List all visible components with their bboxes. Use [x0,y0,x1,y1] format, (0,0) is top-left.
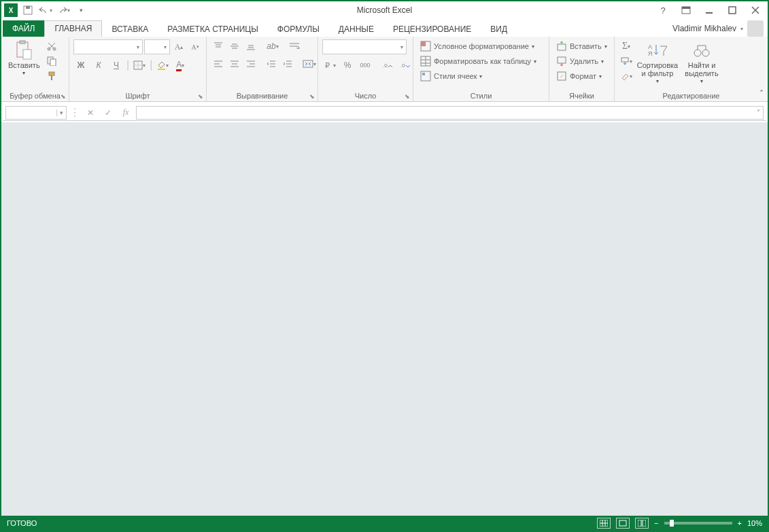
autosum-button[interactable]: Σ▾ [619,39,634,53]
align-middle-button[interactable] [227,39,242,53]
maximize-button[interactable] [723,3,742,17]
cell-styles-icon [420,71,431,82]
group-number: ▾ ₽▾ % 000 .0 .0 Число⬊ [318,37,413,101]
accounting-format-button[interactable]: ₽▾ [322,58,337,72]
font-family-combo[interactable]: ▾ [73,39,143,54]
collapse-ribbon-button[interactable]: ˄ [759,89,764,99]
undo-button[interactable]: ▾ [38,3,53,18]
account-name: Vladimir Mikhalev [672,24,736,33]
decrease-font-button[interactable]: A▾ [188,40,203,54]
formula-input[interactable]: ˅ [136,106,764,120]
close-button[interactable] [746,3,765,17]
table-icon [420,56,431,67]
format-cells-button[interactable]: Формат▾ [553,69,604,83]
fill-button[interactable]: ▾ [619,54,634,68]
tab-view[interactable]: ВИД [481,22,517,37]
outdent-icon [267,59,276,69]
normal-view-button[interactable] [597,518,611,529]
font-color-button[interactable]: A▾ [173,58,188,72]
increase-indent-button[interactable] [280,57,295,71]
format-as-table-button[interactable]: Форматировать как таблицу▾ [417,54,539,68]
svg-rect-9 [20,41,25,43]
decrease-indent-button[interactable] [264,57,279,71]
clear-button[interactable]: ▾ [619,69,634,83]
tab-page-layout[interactable]: РАЗМЕТКА СТРАНИЦЫ [158,22,268,37]
name-box[interactable]: ▾ [5,106,67,120]
align-left-button[interactable] [211,57,226,71]
bold-button[interactable]: Ж [73,58,88,72]
borders-button[interactable]: ▾ [132,58,147,72]
number-launcher[interactable]: ⬊ [405,93,410,100]
increase-font-button[interactable]: A▴ [171,40,186,54]
tab-review[interactable]: РЕЦЕНЗИРОВАНИЕ [383,22,481,37]
delete-cells-button[interactable]: Удалить▾ [553,54,606,68]
ribbon-tabs: ФАЙЛ ГЛАВНАЯ ВСТАВКА РАЗМЕТКА СТРАНИЦЫ Ф… [1,19,768,37]
cut-button[interactable] [44,39,59,53]
copy-button[interactable] [44,54,59,68]
tab-insert[interactable]: ВСТАВКА [102,22,158,37]
zoom-in-button[interactable]: + [738,519,742,527]
group-styles: Условное форматирование▾ Форматировать к… [413,37,549,101]
tab-file[interactable]: ФАЙЛ [3,20,44,37]
group-cells: Вставить▾ Удалить▾ Формат▾ Ячейки [549,37,615,101]
fill-color-button[interactable]: ▾ [155,58,170,72]
expand-formula-bar-button[interactable]: ˅ [754,109,763,116]
orientation-button[interactable]: ab▾ [265,39,280,53]
zoom-slider[interactable] [664,522,732,525]
sort-filter-button[interactable]: АЯ Сортировка и фильтр▾ [635,39,680,86]
excel-logo-icon: X [4,3,18,17]
number-format-combo[interactable]: ▾ [322,39,407,54]
underline-button[interactable]: Ч [109,58,124,72]
alignment-launcher[interactable]: ⬊ [309,93,315,100]
align-center-button[interactable] [227,57,242,71]
find-select-button[interactable]: Найти и выделить▾ [681,39,722,86]
wrap-text-button[interactable] [287,39,302,53]
font-size-combo[interactable]: ▾ [144,39,170,54]
increase-decimal-button[interactable]: .0 [381,58,396,72]
cell-styles-button[interactable]: Стили ячеек▾ [417,69,485,83]
enter-formula-button[interactable]: ✓ [101,106,116,120]
format-painter-button[interactable] [44,69,59,83]
align-top-button[interactable] [211,39,226,53]
tab-formulas[interactable]: ФОРМУЛЫ [268,22,329,37]
workspace[interactable] [1,122,768,516]
cancel-formula-button[interactable]: ✕ [83,106,98,120]
align-bottom-button[interactable] [243,39,258,53]
page-layout-view-button[interactable] [616,518,630,529]
insert-cells-button[interactable]: Вставить▾ [553,39,610,53]
italic-button[interactable]: К [91,58,106,72]
conditional-formatting-button[interactable]: Условное форматирование▾ [417,39,537,53]
ribbon-display-button[interactable] [677,3,696,17]
zoom-out-button[interactable]: − [654,519,658,527]
tab-home[interactable]: ГЛАВНАЯ [44,20,102,37]
account-menu[interactable]: Vladimir Mikhalev ▾ [672,20,764,37]
align-right-icon [246,59,256,69]
redo-button[interactable]: ▾ [56,3,71,18]
tab-data[interactable]: ДАННЫЕ [329,22,383,37]
delete-cells-icon [556,56,567,67]
clipboard-launcher[interactable]: ⬊ [61,93,66,100]
align-right-button[interactable] [243,57,258,71]
page-break-view-button[interactable] [635,518,649,529]
svg-rect-71 [638,520,641,527]
group-font: ▾ ▾ A▴ A▾ Ж К Ч | ▾ | ▾ A▾ [69,37,207,101]
merge-icon [303,59,313,69]
help-button[interactable]: ? [653,3,672,17]
font-launcher[interactable]: ⬊ [198,93,203,100]
formula-bar: ▾ ⋮ ✕ ✓ fx ˅ [3,105,766,121]
decrease-decimal-button[interactable]: .0 [398,58,413,72]
qat-customize-button[interactable]: ▾ [73,3,88,18]
svg-rect-5 [729,7,736,14]
paste-button[interactable]: Вставить ▾ [5,39,43,78]
svg-rect-59 [558,57,566,63]
save-button[interactable] [20,3,35,18]
percent-button[interactable]: % [340,58,355,72]
minimize-button[interactable] [700,3,719,17]
group-editing: Σ▾ ▾ ▾ АЯ Сортировка и фильтр▾ Найти и в… [615,37,768,101]
zoom-level[interactable]: 10% [747,519,762,527]
insert-function-button[interactable]: fx [118,106,133,120]
svg-text:₽: ₽ [325,61,330,69]
wrap-icon [289,41,300,51]
merge-button[interactable]: ▾ [302,57,317,71]
comma-button[interactable]: 000 [358,58,373,72]
